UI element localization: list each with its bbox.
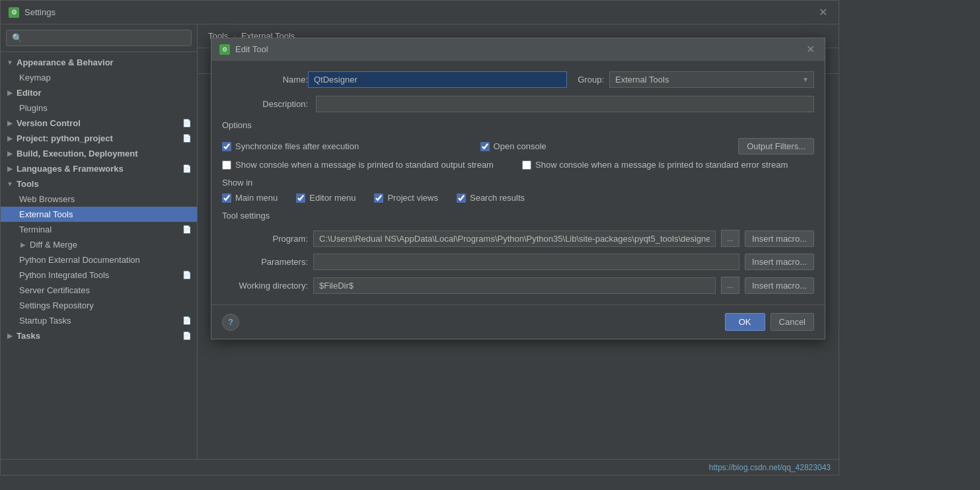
sidebar-item-keymap-label: Keymap — [19, 73, 51, 83]
group-label: Group: — [578, 75, 604, 85]
working-dir-row: Working directory: ... Insert macro... — [222, 277, 814, 294]
project-views-checkbox[interactable]: Project views — [374, 193, 438, 203]
sidebar-item-python-int-tools[interactable]: Python Integrated Tools 📄 — [1, 267, 197, 283]
working-dir-browse-button[interactable]: ... — [721, 277, 739, 294]
note-icon: 📄 — [182, 332, 192, 340]
sidebar-item-python-ext-doc[interactable]: Python External Documentation — [1, 252, 197, 267]
note-icon: 📄 — [182, 271, 192, 279]
project-views-input[interactable] — [374, 193, 383, 203]
output-filters-button[interactable]: Output Filters... — [738, 138, 814, 155]
search-results-checkbox[interactable]: Search results — [457, 193, 525, 203]
note-icon: 📄 — [182, 225, 192, 234]
show-stderr-checkbox[interactable]: Show console when a message is printed t… — [522, 160, 814, 170]
program-browse-button[interactable]: ... — [721, 230, 739, 247]
arrow-icon: ▶ — [6, 89, 14, 97]
dialog-close-button[interactable]: ✕ — [804, 43, 817, 56]
sidebar-item-dm-label: Diff & Merge — [30, 240, 77, 250]
main-menu-checkbox[interactable]: Main menu — [222, 193, 278, 203]
sidebar-item-languages[interactable]: ▶ Languages & Frameworks 📄 — [1, 161, 197, 176]
sidebar-item-plugins[interactable]: Plugins — [1, 100, 197, 116]
arrow-icon: ▶ — [6, 150, 14, 158]
sidebar-item-web-browsers[interactable]: Web Browsers — [1, 192, 197, 207]
cancel-button[interactable]: Cancel — [771, 313, 814, 331]
description-row: Description: — [222, 96, 814, 112]
show-in-checkboxes: Main menu Editor menu Project views — [222, 193, 814, 203]
working-dir-insert-macro-button[interactable]: Insert macro... — [745, 277, 814, 294]
sync-files-input[interactable] — [222, 142, 231, 151]
tool-settings-section: Tool settings Program: ... Insert macro.… — [222, 211, 814, 294]
working-dir-label: Working directory: — [222, 281, 308, 291]
edit-tool-dialog: ⚙ Edit Tool ✕ Name: Group: Externa — [211, 38, 825, 339]
group-select[interactable]: External Tools — [609, 71, 814, 88]
project-views-label: Project views — [387, 193, 438, 203]
working-dir-input[interactable] — [313, 277, 716, 294]
search-results-label: Search results — [470, 193, 525, 203]
search-results-input[interactable] — [457, 193, 466, 203]
show-stdout-label: Show console when a message is printed t… — [235, 160, 494, 170]
sidebar-item-tools[interactable]: ▼ Tools — [1, 176, 197, 192]
show-in-title: Show in — [222, 178, 814, 188]
options-title: Options — [222, 120, 814, 130]
options-row-2: Show console when a message is printed t… — [222, 160, 814, 170]
editor-menu-input[interactable] — [296, 193, 305, 203]
group-select-wrapper: External Tools ▼ — [609, 71, 814, 88]
name-label: Name: — [222, 75, 308, 85]
main-menu-label: Main menu — [235, 193, 278, 203]
title-bar: ⚙ Settings ✕ — [1, 1, 839, 24]
sidebar-item-sc-label: Server Certificates — [19, 285, 90, 295]
arrow-icon: ▶ — [19, 241, 27, 249]
sidebar-item-external-tools[interactable]: External Tools — [1, 207, 197, 222]
dialog-footer: ? OK Cancel — [211, 304, 825, 339]
dialog-overlay: ⚙ Edit Tool ✕ Name: Group: Externa — [198, 24, 839, 459]
sidebar-item-keymap[interactable]: Keymap — [1, 70, 197, 85]
parameters-input[interactable] — [313, 254, 739, 270]
open-console-input[interactable] — [480, 142, 490, 151]
dialog-title: Edit Tool — [235, 44, 804, 54]
sidebar-item-project-label: Project: python_project — [17, 133, 113, 143]
program-insert-macro-button[interactable]: Insert macro... — [745, 230, 814, 247]
help-button[interactable]: ? — [222, 314, 239, 331]
name-input[interactable] — [308, 71, 567, 88]
description-label: Description: — [222, 99, 308, 109]
search-input[interactable] — [6, 30, 192, 46]
sidebar-item-editor[interactable]: ▶ Editor — [1, 85, 197, 100]
program-row: Program: ... Insert macro... — [222, 230, 814, 247]
name-group-row: Name: Group: External Tools ▼ — [222, 71, 814, 88]
arrow-icon: ▶ — [6, 135, 14, 143]
right-panel: Tools › External Tools + − ✎ ↑ ↓ ❐ ⚙ Edi… — [198, 24, 839, 459]
show-stderr-input[interactable] — [522, 160, 531, 170]
sidebar-item-appearance-label: Appearance & Behavior — [17, 57, 114, 67]
program-label: Program: — [222, 234, 308, 244]
editor-menu-checkbox[interactable]: Editor menu — [296, 193, 356, 203]
program-input[interactable] — [313, 230, 716, 247]
sidebar-item-version-control[interactable]: ▶ Version Control 📄 — [1, 116, 197, 131]
sidebar-item-startup-tasks[interactable]: Startup Tasks 📄 — [1, 313, 197, 328]
show-stdout-checkbox[interactable]: Show console when a message is printed t… — [222, 160, 514, 170]
sidebar-item-appearance[interactable]: ▼ Appearance & Behavior — [1, 55, 197, 70]
sidebar-item-tasks[interactable]: ▶ Tasks 📄 — [1, 328, 197, 343]
ok-button[interactable]: OK — [725, 313, 765, 331]
open-console-checkbox[interactable]: Open console — [480, 141, 731, 151]
sidebar-item-lang-label: Languages & Frameworks — [17, 164, 124, 174]
arrow-icon: ▶ — [6, 120, 14, 127]
arrow-icon: ▼ — [6, 180, 14, 188]
main-content: ▼ Appearance & Behavior Keymap ▶ Editor … — [1, 24, 839, 459]
sidebar-item-terminal[interactable]: Terminal 📄 — [1, 222, 197, 237]
show-stdout-input[interactable] — [222, 160, 231, 170]
sidebar-item-build-label: Build, Execution, Deployment — [17, 149, 137, 158]
dialog-title-bar: ⚙ Edit Tool ✕ — [211, 38, 825, 61]
parameters-label: Parameters: — [222, 257, 308, 267]
dialog-icon: ⚙ — [219, 44, 230, 55]
main-menu-input[interactable] — [222, 193, 231, 203]
sidebar-item-build[interactable]: ▶ Build, Execution, Deployment — [1, 146, 197, 161]
sidebar-item-diff-merge[interactable]: ▶ Diff & Merge — [1, 237, 197, 252]
sidebar-item-project[interactable]: ▶ Project: python_project 📄 — [1, 131, 197, 146]
sync-files-checkbox[interactable]: Synchronize files after execution — [222, 141, 472, 151]
description-input[interactable] — [316, 96, 814, 112]
sidebar-item-settings-repo[interactable]: Settings Repository — [1, 298, 197, 313]
sidebar-item-server-certs[interactable]: Server Certificates — [1, 283, 197, 298]
parameters-insert-macro-button[interactable]: Insert macro... — [745, 254, 814, 270]
window-close-button[interactable]: ✕ — [815, 5, 831, 20]
note-icon: 📄 — [182, 119, 192, 127]
sidebar-item-plugins-label: Plugins — [19, 103, 48, 113]
